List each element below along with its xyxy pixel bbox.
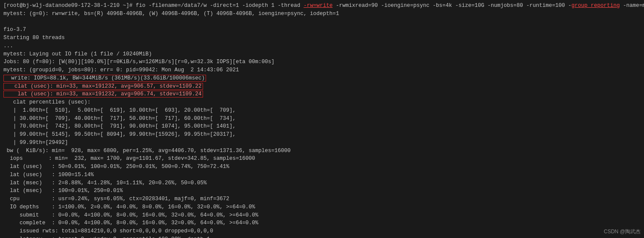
perc-line-2: | 30.00th=[ 709], 40.00th=[ 717], 50.00t… <box>3 115 641 123</box>
lat-line: lat (usec): min=33, max=191232, avg=906.… <box>3 90 641 98</box>
group-reporting-highlight: group reporting <box>571 3 620 9</box>
issued-rwts-line: issued rwts: total=8814210,0,0 short=0,0… <box>3 227 641 235</box>
mytest-g0-line: mytest: (g=0): rw=write, bs=(R) 4096B-40… <box>3 10 641 18</box>
iops-line: iops : min= 232, max= 1700, avg=1101.67,… <box>3 155 641 163</box>
clat-percentiles-header: clat percentiles (usec): <box>3 98 641 107</box>
io-depths-line: IO depths : 1=100.0%, 2=0.0%, 4=0.0%, 8=… <box>3 203 641 211</box>
jobs-status-line: Jobs: 80 (f=80): [W(80)][100.0%][r=0KiB/… <box>3 58 641 66</box>
write-line: write: IOPS=88.1k, BW=344MiB/s (361MB/s)… <box>3 74 641 82</box>
lat-msec-1: lat (msec) : 2=8.88%, 4=1.28%, 10=1.11%,… <box>3 179 641 187</box>
perc-line-5: | 99.99th=[29492] <box>3 139 641 147</box>
blank-line-1 <box>3 18 641 26</box>
bw-line: bw ( KiB/s): min= 928, max= 6800, per=1.… <box>3 147 641 155</box>
lat-highlight-box: lat (usec): min=33, max=191232, avg=906.… <box>3 91 203 98</box>
clat-line: clat (usec): min=33, max=191232, avg=906… <box>3 82 641 91</box>
laying-out-line: mytest: Laying out IO file (1 file / 102… <box>3 50 641 58</box>
perc-line-4: | 99.00th=[ 5145], 99.50th=[ 8094], 99.9… <box>3 131 641 139</box>
fio-version-line: fio-3.7 <box>3 26 641 34</box>
cpu-line: cpu : usr=0.24%, sys=6.05%, ctx=20283401… <box>3 195 641 203</box>
prompt-prefix: [root@bj-wlj-datanode09-172-38-1-210 ~]#… <box>3 3 304 9</box>
prompt-suffix: -rwmixread=90 -ioengine=psync -bs=4k -si… <box>333 3 644 9</box>
lat-usec-1: lat (usec) : 50=0.01%, 100=0.01%, 250=0.… <box>3 163 641 171</box>
perc-line-1: | 1.00th=[ 510], 5.00th=[ 619], 10.00th=… <box>3 107 641 115</box>
csdn-watermark: CSDN @陶武杰 <box>604 228 641 235</box>
mytest-group-line: mytest: (groupid=0, jobs=80): err= 0: pi… <box>3 66 641 74</box>
prompt-line: [root@bj-wlj-datanode09-172-38-1-210 ~]#… <box>3 2 641 10</box>
write-highlight-box: write: IOPS=88.1k, BW=344MiB/s (361MB/s)… <box>3 75 206 82</box>
lat-usec-2: lat (usec) : 1000=15.14% <box>3 171 641 179</box>
complete-line: complete : 0=0.0%, 4=100.0%, 8=0.0%, 16=… <box>3 219 641 227</box>
starting-threads-line: Starting 80 threads <box>3 34 641 42</box>
latency-line: latency : target=0, window=0, percentile… <box>3 235 641 238</box>
dots-line: ... <box>3 42 641 50</box>
rw-write-highlight: -rw=write <box>304 3 333 9</box>
lat-msec-2: lat (msec) : 100=0.01%, 250=0.01% <box>3 187 641 195</box>
clat-highlight-box: clat (usec): min=33, max=191232, avg=906… <box>3 83 203 90</box>
perc-line-3: | 70.00th=[ 742], 80.00th=[ 791], 90.00t… <box>3 122 641 131</box>
submit-line: submit : 0=0.0%, 4=100.0%, 8=0.0%, 16=0.… <box>3 211 641 220</box>
terminal-window: [root@bj-wlj-datanode09-172-38-1-210 ~]#… <box>0 0 644 238</box>
